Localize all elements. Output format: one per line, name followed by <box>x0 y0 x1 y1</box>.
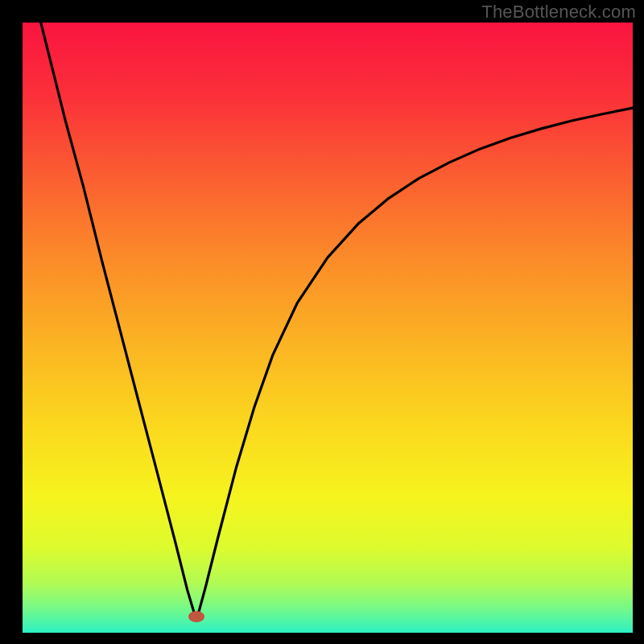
plot-background <box>23 23 633 633</box>
chart-canvas <box>0 0 644 644</box>
watermark-text: TheBottleneck.com <box>481 2 636 23</box>
bottleneck-chart: TheBottleneck.com <box>0 0 644 644</box>
minimum-marker <box>188 611 204 622</box>
